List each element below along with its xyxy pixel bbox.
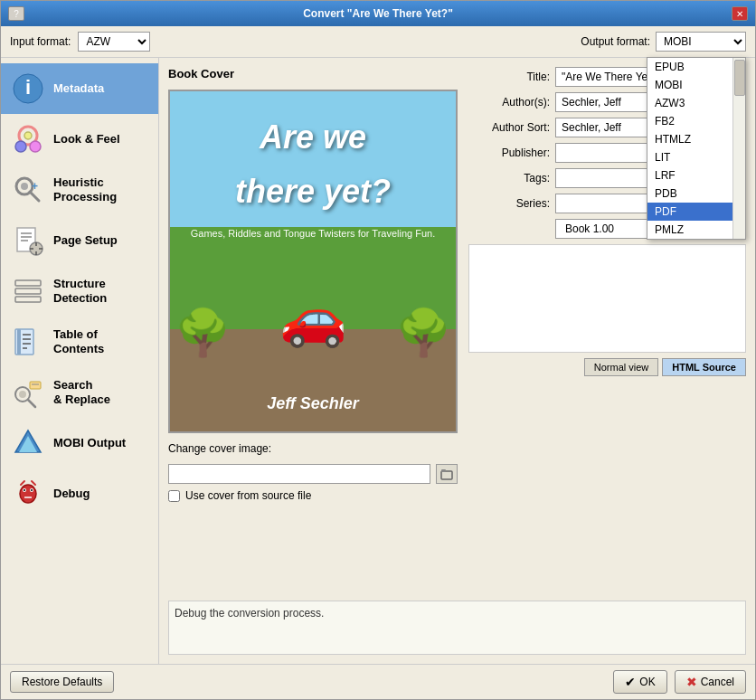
cancel-label: Cancel	[701, 676, 734, 688]
svg-rect-44	[441, 469, 446, 472]
change-cover-row: Change cover image:	[168, 442, 458, 455]
cover-input-row	[168, 464, 458, 484]
svg-rect-19	[15, 280, 41, 286]
close-button[interactable]: ✕	[732, 6, 748, 21]
svg-point-39	[31, 489, 33, 491]
dropdown-scrollbar[interactable]	[732, 58, 745, 239]
cover-subtitle: Games, Riddles and Tongue Twisters for T…	[184, 227, 441, 241]
sidebar-item-debug[interactable]: Debug	[1, 468, 158, 519]
main-content: i Metadata Look & Feel	[1, 58, 755, 664]
sidebar-item-metadata[interactable]: i Metadata	[1, 63, 158, 114]
dropdown-item-azw3[interactable]: AZW3	[647, 94, 745, 112]
sidebar-item-structure-label: Structure Detection	[53, 277, 107, 305]
dropdown-item-lrf[interactable]: LRF	[647, 166, 745, 184]
browse-button[interactable]	[436, 464, 458, 484]
dropdown-item-pmlz[interactable]: PMLZ	[647, 221, 745, 239]
input-format-label: Input format:	[10, 35, 71, 48]
sidebar-item-page-setup[interactable]: Page Setup	[1, 215, 158, 266]
sidebar-item-debug-label: Debug	[53, 487, 90, 501]
svg-rect-20	[15, 289, 41, 294]
sidebar-item-metadata-label: Metadata	[53, 81, 104, 96]
source-file-label: Use cover from source file	[185, 489, 311, 502]
svg-point-38	[24, 489, 25, 491]
cover-title-line1: Are we	[170, 118, 456, 156]
cover-car: 🚗	[279, 286, 347, 350]
svg-point-3	[15, 141, 26, 152]
svg-rect-43	[441, 471, 452, 479]
debug-text: Debug the conversion process.	[175, 607, 324, 620]
dropdown-item-pdb[interactable]: PDB	[647, 184, 745, 203]
cover-left: Book Cover Are we there yet? Games, Ridd…	[168, 67, 458, 593]
cover-placeholder: Are we there yet? Games, Riddles and Ton…	[170, 91, 456, 431]
heuristic-icon: +	[10, 172, 46, 208]
ok-button[interactable]: ✔ OK	[613, 670, 666, 694]
debug-section: Debug the conversion process.	[168, 601, 746, 655]
cover-author: Jeff Sechler	[267, 394, 359, 413]
sidebar-item-page-setup-label: Page Setup	[53, 233, 118, 248]
dropdown-item-lit[interactable]: LIT	[647, 148, 745, 166]
sidebar-item-heuristic-label: Heuristic Processing	[53, 175, 117, 203]
section-title: Book Cover	[168, 67, 458, 80]
title-label: Title:	[468, 71, 550, 83]
html-preview-area	[468, 244, 746, 353]
bottom-bar: Restore Defaults ✔ OK ✖ Cancel	[1, 664, 755, 699]
toc-icon	[10, 324, 46, 360]
dropdown-item-fb2[interactable]: FB2	[647, 112, 745, 130]
page-setup-icon	[10, 222, 46, 259]
source-file-checkbox[interactable]	[168, 490, 180, 502]
output-format-select[interactable]: MOBI	[656, 32, 746, 52]
dropdown-item-pdf[interactable]: PDF	[647, 203, 745, 221]
structure-icon	[10, 273, 46, 309]
main-window: ? Convert "Are We There Yet?" ✕ Input fo…	[0, 0, 756, 700]
sidebar-item-look-feel[interactable]: Look & Feel	[1, 114, 158, 165]
svg-line-42	[32, 481, 35, 485]
svg-point-5	[24, 132, 32, 139]
dropdown-item-mobi[interactable]: MOBI	[647, 76, 745, 94]
sidebar-item-toc[interactable]: Table of Contents	[1, 317, 158, 367]
series-label: Series:	[468, 197, 550, 210]
sidebar-item-search-replace-label: Search & Replace	[53, 378, 110, 406]
book-cover-image: Are we there yet? Games, Riddles and Ton…	[168, 90, 458, 433]
svg-rect-21	[15, 297, 41, 302]
dropdown-item-htmlz[interactable]: HTMLZ	[647, 130, 745, 148]
output-dropdown[interactable]: EPUB MOBI AZW3 FB2 HTMLZ LIT LRF PDB PDF…	[647, 57, 746, 240]
cover-image-input[interactable]	[168, 464, 430, 484]
search-replace-icon	[10, 374, 46, 411]
authors-label: Author(s):	[468, 96, 550, 109]
sidebar-item-look-feel-label: Look & Feel	[53, 132, 120, 147]
restore-defaults-button[interactable]: Restore Defaults	[10, 671, 114, 693]
svg-line-8	[30, 192, 39, 201]
normal-view-tab[interactable]: Normal view	[584, 358, 659, 376]
sidebar-item-structure[interactable]: Structure Detection	[1, 266, 158, 317]
sidebar-item-mobi-output[interactable]: MOBI Output	[1, 418, 158, 468]
svg-point-29	[19, 391, 26, 398]
sidebar-item-heuristic[interactable]: + Heuristic Processing	[1, 165, 158, 215]
sidebar-item-search-replace[interactable]: Search & Replace	[1, 367, 158, 418]
html-source-tab[interactable]: HTML Source	[662, 358, 746, 376]
top-bar: Input format: AZW Output format: MOBI EP…	[1, 26, 755, 58]
sidebar-item-toc-label: Table of Contents	[53, 327, 104, 355]
window-title: Convert "Are We There Yet?"	[24, 7, 732, 20]
title-controls: ✕	[732, 6, 748, 21]
output-format-section: Output format: MOBI EPUB MOBI AZW3 FB2 H…	[581, 32, 746, 52]
svg-text:i: i	[25, 76, 31, 99]
cover-tree-left: 🌳	[175, 307, 231, 359]
help-button[interactable]: ?	[8, 6, 24, 21]
svg-point-4	[30, 141, 41, 152]
ok-icon: ✔	[625, 675, 636, 689]
dropdown-item-epub[interactable]: EPUB	[647, 58, 745, 76]
look-feel-icon	[10, 121, 46, 157]
sidebar: i Metadata Look & Feel	[1, 58, 159, 664]
info-icon: i	[10, 71, 46, 107]
cancel-icon: ✖	[686, 675, 697, 689]
cancel-button[interactable]: ✖ Cancel	[675, 670, 746, 694]
svg-line-30	[28, 400, 35, 407]
view-tabs: Normal view HTML Source	[468, 358, 746, 376]
publisher-label: Publisher:	[468, 147, 550, 159]
source-file-row: Use cover from source file	[168, 489, 458, 502]
cover-tree-right: 🌳	[395, 307, 451, 359]
svg-line-41	[21, 481, 24, 485]
input-format-select[interactable]: AZW	[78, 32, 150, 52]
svg-rect-31	[30, 382, 41, 389]
title-bar: ? Convert "Are We There Yet?" ✕	[1, 1, 755, 26]
